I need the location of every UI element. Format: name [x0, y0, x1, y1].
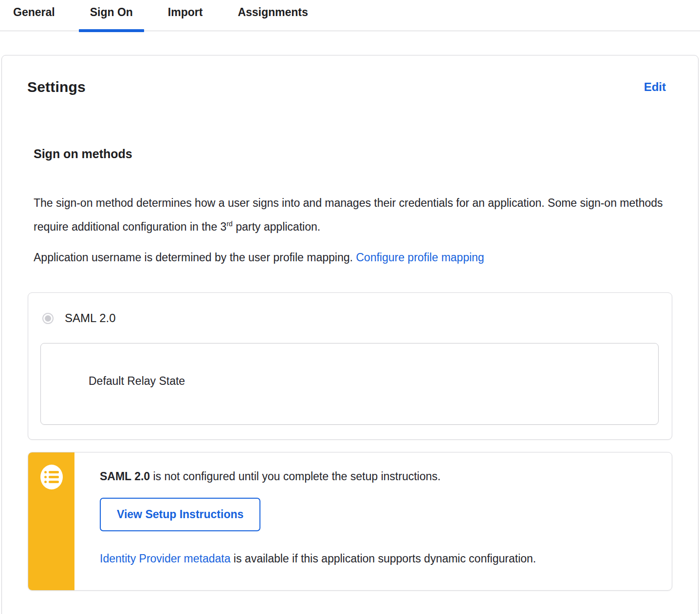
tab-import[interactable]: Import: [157, 6, 214, 31]
settings-card-header: Settings Edit: [27, 79, 666, 95]
view-setup-instructions-button[interactable]: View Setup Instructions: [100, 498, 260, 531]
configure-profile-mapping-link[interactable]: Configure profile mapping: [356, 251, 484, 264]
page-title: Settings: [27, 79, 86, 95]
identity-provider-metadata-link[interactable]: Identity Provider metadata: [100, 552, 230, 565]
edit-link[interactable]: Edit: [644, 80, 666, 94]
app-tabbar: General Sign On Import Assignments: [0, 0, 700, 31]
callout-message-rest: is not configured until you complete the…: [150, 470, 441, 483]
setup-warning-callout: SAML 2.0 is not configured until you com…: [28, 452, 672, 591]
list-icon-row: [44, 481, 59, 483]
list-icon-row: [44, 476, 59, 478]
list-icon-row: [44, 471, 59, 473]
tab-assignments[interactable]: Assignments: [226, 6, 319, 31]
callout-yellow-bar: [28, 452, 74, 590]
sign-on-methods-heading: Sign on methods: [34, 147, 666, 161]
saml-radio-row: SAML 2.0: [40, 311, 659, 325]
tab-general[interactable]: General: [2, 6, 66, 31]
description-superscript: rd: [226, 220, 232, 228]
sign-on-methods-section: Sign on methods The sign-on method deter…: [34, 147, 666, 591]
username-note: Application username is determined by th…: [34, 250, 666, 265]
list-icon: [40, 465, 63, 489]
saml-radio-button[interactable]: [42, 313, 54, 324]
radio-dot-icon: [45, 315, 51, 322]
sign-on-method-description: The sign-on method determines how a user…: [34, 191, 666, 239]
default-relay-state-box: Default Relay State: [40, 343, 659, 425]
metadata-line-rest: is available if this application support…: [230, 552, 536, 565]
metadata-line: Identity Provider metadata is available …: [100, 552, 652, 565]
settings-card: Settings Edit Sign on methods The sign-o…: [1, 55, 699, 614]
description-text-tail: party application.: [233, 220, 320, 233]
callout-message: SAML 2.0 is not configured until you com…: [100, 469, 652, 484]
saml-radio-label: SAML 2.0: [65, 311, 116, 325]
saml-method-box: SAML 2.0 Default Relay State: [28, 292, 672, 440]
description-text: The sign-on method determines how a user…: [34, 197, 663, 233]
callout-message-bold: SAML 2.0: [100, 470, 150, 483]
username-note-text: Application username is determined by th…: [34, 251, 356, 264]
tab-sign-on[interactable]: Sign On: [79, 6, 144, 31]
callout-content: SAML 2.0 is not configured until you com…: [74, 452, 672, 590]
default-relay-state-label: Default Relay State: [89, 375, 185, 387]
